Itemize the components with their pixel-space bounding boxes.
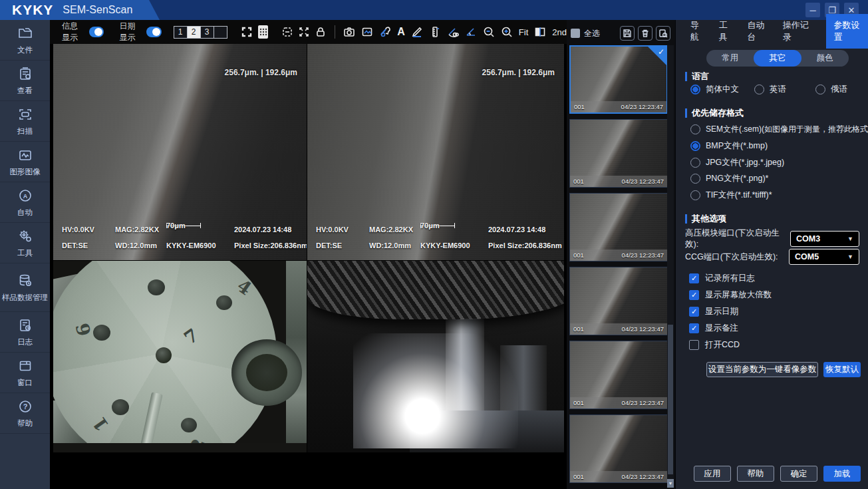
check-open-ccd[interactable]: 打开CCD xyxy=(689,339,740,351)
sidebar-item-image[interactable]: 图形图像 xyxy=(0,142,50,182)
chevron-down-icon: ▼ xyxy=(847,236,853,242)
format-option-jpg[interactable]: JPG文件(*.jpg.*.jpeg) xyxy=(690,157,784,168)
image-export-icon[interactable] xyxy=(361,25,373,39)
svg-text:?: ? xyxy=(23,403,27,410)
stage-camera-viewport[interactable]: 6 7 4 1 2 xyxy=(53,261,307,452)
sidebar-item-file[interactable]: 文件 xyxy=(0,20,50,61)
hv-port-row: 高压模块端口(下次启动生效): COM3▼ xyxy=(685,228,859,250)
tab-parameter-settings[interactable]: 参数设置 xyxy=(826,14,868,49)
check-show-date[interactable]: ✓显示日期 xyxy=(689,306,738,317)
image-wave-icon xyxy=(18,148,33,165)
zoom-in-icon[interactable] xyxy=(501,25,513,39)
tab-auto-stage[interactable]: 自动台 xyxy=(748,19,768,43)
view-preset-4[interactable] xyxy=(214,26,227,39)
sidebar-item-log[interactable]: 日志 xyxy=(0,312,50,353)
checkbox-icon: ✓ xyxy=(689,307,699,317)
fullscreen-icon[interactable] xyxy=(299,25,309,39)
load-button[interactable]: 加载 xyxy=(823,466,861,482)
database-icon xyxy=(18,273,33,291)
sem-viewport-1[interactable]: 256.7μm. | 192.6μm HV:0.0KV MAG:2.82KX 7… xyxy=(53,44,307,260)
minimize-button[interactable]: ─ xyxy=(805,3,820,17)
grid-pattern-icon[interactable] xyxy=(258,25,268,39)
pixel-size-value: Pixel Size:206.836nm xyxy=(234,242,307,249)
apply-button[interactable]: 应用 xyxy=(694,466,731,482)
hv-port-select[interactable]: COM3▼ xyxy=(790,231,859,247)
ok-button[interactable]: 确定 xyxy=(780,466,817,482)
format-option-bmp[interactable]: BMP文件(*.bmp) xyxy=(690,140,768,152)
sidebar-item-window[interactable]: 窗口 xyxy=(0,353,50,393)
radio-icon xyxy=(690,124,700,134)
language-option-chinese[interactable]: 简体中文 xyxy=(690,84,739,95)
tab-navigation[interactable]: 导航 xyxy=(690,19,704,43)
det-value: DET:SE xyxy=(62,242,88,249)
thumbnail-scrollbar[interactable]: ▼ xyxy=(667,45,674,488)
delete-images-button[interactable] xyxy=(638,26,652,41)
sidebar-item-view[interactable]: 查看 xyxy=(0,61,50,101)
angle-icon[interactable] xyxy=(465,25,477,39)
protractor-icon[interactable] xyxy=(447,25,459,39)
adjust-tools-icon[interactable] xyxy=(379,25,391,39)
sidebar-item-tools[interactable]: 工具 xyxy=(0,223,50,263)
restore-default-button[interactable]: 恢复默认 xyxy=(823,362,861,377)
format-option-sem[interactable]: SEM文件(.sem)(如图像用于测量，推荐此格式) xyxy=(690,124,868,135)
viewport-grid: 256.7μm. | 192.6μm HV:0.0KV MAG:2.82KX 7… xyxy=(50,44,567,489)
fit-button[interactable]: Fit xyxy=(519,27,528,37)
stage-hole xyxy=(112,399,129,415)
info-display-toggle[interactable] xyxy=(89,27,104,37)
chamber-camera-viewport[interactable] xyxy=(307,261,564,452)
sidebar-item-help[interactable]: ? 帮助 xyxy=(0,393,50,434)
check-show-screen-mag[interactable]: ✓显示屏幕放大倍数 xyxy=(689,289,772,301)
language-option-russian[interactable]: 俄语 xyxy=(815,84,847,95)
view-preset-1[interactable]: 1 xyxy=(174,26,188,39)
sidebar-item-sample-data[interactable]: 样品数据管理 xyxy=(0,263,50,312)
scrollbar-thumb[interactable] xyxy=(668,325,673,474)
select-all-checkbox[interactable] xyxy=(571,29,580,38)
pen-measure-icon[interactable] xyxy=(411,25,423,39)
format-option-png[interactable]: PNG文件(*.png)* xyxy=(690,173,768,184)
view-preset-2[interactable]: 2 xyxy=(187,26,201,39)
subtab-other[interactable]: 其它 xyxy=(754,50,801,67)
check-record-all-logs[interactable]: ✓记录所有日志 xyxy=(689,273,755,284)
preview-images-button[interactable] xyxy=(656,26,670,41)
scroll-down-button[interactable]: ▼ xyxy=(667,479,674,488)
sidebar-item-scan[interactable]: 扫描 xyxy=(0,101,50,142)
save-images-button[interactable] xyxy=(620,26,635,41)
stage-hole xyxy=(148,279,165,295)
tab-tools[interactable]: 工具 xyxy=(719,19,733,43)
capture-camera-icon[interactable] xyxy=(343,25,355,39)
zoom-out-icon[interactable] xyxy=(483,25,495,39)
format-option-tif[interactable]: TIF文件(*.tif.*tifff)* xyxy=(690,190,772,201)
brand-area: KYKY SEM-SenScan xyxy=(0,0,163,20)
thumbnail-item[interactable]: 00104/23 12:23:47 xyxy=(569,119,668,188)
second-detector-button[interactable]: 2nd xyxy=(552,27,567,37)
thumbnail-item[interactable]: 00104/23 12:23:47 xyxy=(569,193,668,261)
expand-arrows-icon[interactable] xyxy=(241,25,252,39)
tab-operation-log[interactable]: 操作记录 xyxy=(783,19,811,43)
thumbnail-item[interactable]: 00104/23 12:23:47 xyxy=(569,414,668,483)
thumbnail-item[interactable]: ✓ 00104/23 12:23:47 xyxy=(569,45,668,114)
language-option-english[interactable]: 英语 xyxy=(754,84,786,95)
date-display-label: 日期显示 xyxy=(119,21,140,43)
help-icon: ? xyxy=(18,399,33,416)
wd-value: WD:12.0mm xyxy=(115,242,157,249)
set-onekey-params-button[interactable]: 设置当前参数为一键看像参数 xyxy=(706,362,818,377)
view-preset-3[interactable]: 3 xyxy=(200,26,214,39)
help-button[interactable]: 帮助 xyxy=(737,466,774,482)
thumbnail-item[interactable]: 00104/23 12:23:47 xyxy=(569,341,668,409)
text-annotation-icon[interactable]: A xyxy=(397,26,405,38)
ruler-icon[interactable] xyxy=(429,25,441,39)
thumbnail-item[interactable]: 00104/23 12:23:47 xyxy=(569,267,668,335)
sidebar-item-auto[interactable]: A 自动 xyxy=(0,182,50,223)
check-icon: ✓ xyxy=(658,47,664,57)
date-display-toggle[interactable] xyxy=(146,27,161,37)
check-show-remark[interactable]: ✓显示备注 xyxy=(689,323,738,334)
other-options-section-header: 其他选项 xyxy=(685,213,726,225)
split-contrast-icon[interactable] xyxy=(534,25,546,39)
subtab-common[interactable]: 常用 xyxy=(706,50,754,67)
subtab-color[interactable]: 颜色 xyxy=(801,50,849,67)
lock-icon[interactable] xyxy=(315,25,326,39)
app-title: SEM-SenScan xyxy=(63,4,132,16)
ccg-port-select[interactable]: COM5▼ xyxy=(789,249,859,265)
sem-viewport-2[interactable]: 256.7μm. | 192.6μm HV:0.0KV MAG:2.82KX 7… xyxy=(307,44,564,260)
dashed-region-icon[interactable] xyxy=(282,25,293,39)
